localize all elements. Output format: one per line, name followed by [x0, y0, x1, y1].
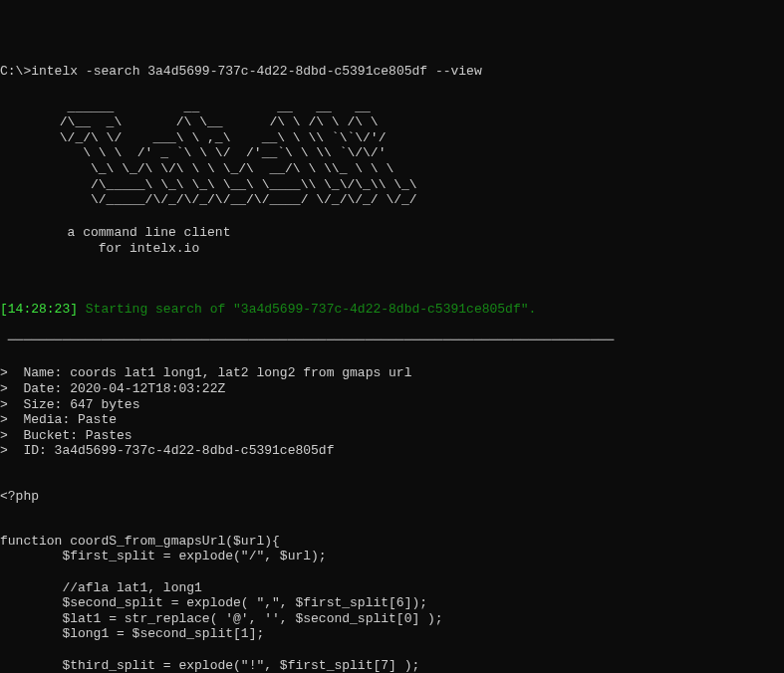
meta-bucket-value: Pastes [86, 428, 132, 443]
status-timestamp: [14:28:23] [0, 302, 78, 317]
command-prompt-line[interactable]: C:\>intelx -search 3a4d5699-737c-4d22-8d… [0, 62, 784, 80]
tagline: a command line client for intelx.io [52, 225, 784, 256]
tagline-line1: a command line client [52, 225, 230, 240]
tagline-line2: for intelx.io [52, 241, 199, 256]
meta-media-label: > Media: [0, 412, 78, 427]
meta-size-label: > Size: [0, 397, 70, 412]
meta-name-value: coords lat1 long1, lat2 long2 from gmaps… [70, 365, 411, 380]
php-function: function coordS_from_gmapsUrl($url){ $fi… [0, 534, 784, 673]
meta-id-label: > ID: [0, 443, 55, 458]
status-text: Starting search of "3a4d5699-737c-4d22-8… [78, 302, 536, 317]
meta-bucket-label: > Bucket: [0, 428, 86, 443]
php-opening: <?php [0, 489, 784, 505]
meta-date-label: > Date: [0, 381, 70, 396]
prompt-path: C:\> [0, 64, 31, 79]
status-line: [14:28:23] Starting search of "3a4d5699-… [0, 302, 784, 318]
typed-command: intelx -search 3a4d5699-737c-4d22-8dbd-c… [31, 64, 481, 79]
meta-id-value: 3a4d5699-737c-4d22-8dbd-c5391ce805df [55, 443, 335, 458]
meta-name-label: > Name: [0, 365, 70, 380]
result-metadata: > Name: coords lat1 long1, lat2 long2 fr… [0, 365, 784, 459]
meta-size-value: 647 bytes [70, 397, 139, 412]
meta-date-value: 2020-04-12T18:03:22Z [70, 381, 225, 396]
meta-media-value: Paste [78, 412, 117, 427]
ascii-art-logo: ______ __ __ __ __ /\__ _\ /\ \__ /\ \ /… [52, 100, 784, 208]
separator-line: ────────────────────────────────────────… [0, 333, 784, 348]
